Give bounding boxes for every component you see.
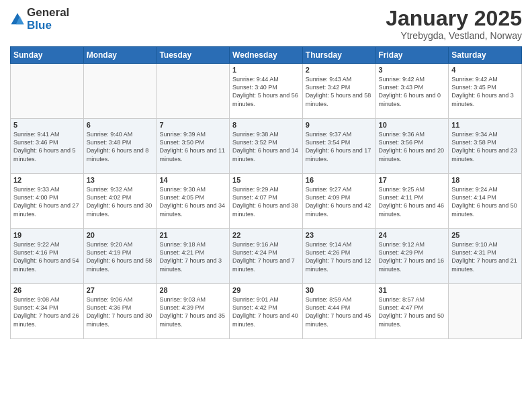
day-number: 13 — [87, 176, 154, 184]
day-number: 2 — [306, 66, 373, 74]
day-info: Sunrise: 9:44 AM Sunset: 3:40 PM Dayligh… — [232, 75, 300, 108]
week-row-2: 5Sunrise: 9:41 AM Sunset: 3:46 PM Daylig… — [11, 119, 522, 174]
day-number: 31 — [379, 286, 446, 294]
day-number: 29 — [232, 286, 300, 294]
day-info: Sunrise: 9:37 AM Sunset: 3:54 PM Dayligh… — [306, 130, 373, 163]
day-number: 14 — [159, 176, 226, 184]
header-day-saturday: Saturday — [449, 47, 522, 64]
day-number: 10 — [379, 121, 446, 129]
day-info: Sunrise: 9:40 AM Sunset: 3:48 PM Dayligh… — [87, 130, 154, 163]
day-number: 30 — [306, 286, 373, 294]
header-day-thursday: Thursday — [302, 47, 375, 64]
day-number: 9 — [306, 121, 373, 129]
header-day-monday: Monday — [83, 47, 157, 64]
calendar-cell — [157, 64, 230, 119]
day-number: 3 — [379, 66, 446, 74]
day-number: 25 — [451, 231, 519, 239]
calendar-cell: 6Sunrise: 9:40 AM Sunset: 3:48 PM Daylig… — [83, 119, 157, 174]
calendar-cell: 8Sunrise: 9:38 AM Sunset: 3:52 PM Daylig… — [230, 119, 303, 174]
calendar-cell: 14Sunrise: 9:30 AM Sunset: 4:05 PM Dayli… — [157, 174, 230, 229]
day-number: 8 — [232, 121, 300, 129]
day-number: 7 — [159, 121, 226, 129]
week-row-4: 19Sunrise: 9:22 AM Sunset: 4:16 PM Dayli… — [11, 229, 522, 284]
day-number: 19 — [13, 231, 81, 239]
week-row-3: 12Sunrise: 9:33 AM Sunset: 4:00 PM Dayli… — [11, 174, 522, 229]
day-info: Sunrise: 9:30 AM Sunset: 4:05 PM Dayligh… — [159, 185, 226, 218]
header-day-sunday: Sunday — [11, 47, 84, 64]
day-info: Sunrise: 9:32 AM Sunset: 4:02 PM Dayligh… — [87, 185, 154, 218]
day-info: Sunrise: 9:25 AM Sunset: 4:11 PM Dayligh… — [379, 185, 446, 218]
logo-general: General — [27, 7, 69, 19]
day-number: 6 — [87, 121, 154, 129]
day-info: Sunrise: 9:27 AM Sunset: 4:09 PM Dayligh… — [306, 185, 373, 218]
calendar-cell — [449, 284, 522, 339]
day-info: Sunrise: 9:06 AM Sunset: 4:36 PM Dayligh… — [87, 295, 154, 328]
day-info: Sunrise: 9:10 AM Sunset: 4:31 PM Dayligh… — [451, 240, 519, 273]
calendar-cell: 25Sunrise: 9:10 AM Sunset: 4:31 PM Dayli… — [449, 229, 522, 284]
day-number: 18 — [451, 176, 519, 184]
calendar-cell: 21Sunrise: 9:18 AM Sunset: 4:21 PM Dayli… — [157, 229, 230, 284]
day-info: Sunrise: 9:18 AM Sunset: 4:21 PM Dayligh… — [159, 240, 226, 273]
calendar-cell — [83, 64, 157, 119]
page-container: General Blue January 2025 Ytrebygda, Ves… — [0, 0, 532, 346]
day-info: Sunrise: 9:03 AM Sunset: 4:39 PM Dayligh… — [159, 295, 226, 328]
day-info: Sunrise: 9:42 AM Sunset: 3:43 PM Dayligh… — [379, 75, 446, 108]
day-info: Sunrise: 9:41 AM Sunset: 3:46 PM Dayligh… — [13, 130, 81, 163]
calendar-cell: 1Sunrise: 9:44 AM Sunset: 3:40 PM Daylig… — [230, 64, 303, 119]
day-number: 17 — [379, 176, 446, 184]
day-info: Sunrise: 9:12 AM Sunset: 4:29 PM Dayligh… — [379, 240, 446, 273]
day-info: Sunrise: 9:24 AM Sunset: 4:14 PM Dayligh… — [451, 185, 519, 218]
calendar-cell: 4Sunrise: 9:42 AM Sunset: 3:45 PM Daylig… — [449, 64, 522, 119]
calendar-cell: 5Sunrise: 9:41 AM Sunset: 3:46 PM Daylig… — [11, 119, 84, 174]
calendar-cell: 2Sunrise: 9:43 AM Sunset: 3:42 PM Daylig… — [302, 64, 375, 119]
calendar-cell: 18Sunrise: 9:24 AM Sunset: 4:14 PM Dayli… — [449, 174, 522, 229]
logo: General Blue — [10, 7, 69, 32]
logo-blue: Blue — [27, 19, 69, 32]
day-info: Sunrise: 9:01 AM Sunset: 4:42 PM Dayligh… — [232, 295, 300, 328]
calendar-cell: 10Sunrise: 9:36 AM Sunset: 3:56 PM Dayli… — [375, 119, 449, 174]
day-number: 26 — [13, 286, 81, 294]
day-number: 24 — [379, 231, 446, 239]
calendar-cell: 7Sunrise: 9:39 AM Sunset: 3:50 PM Daylig… — [157, 119, 230, 174]
calendar-title: January 2025 — [386, 7, 522, 30]
calendar-cell: 31Sunrise: 8:57 AM Sunset: 4:47 PM Dayli… — [375, 284, 449, 339]
header-day-wednesday: Wednesday — [230, 47, 303, 64]
header-day-friday: Friday — [375, 47, 449, 64]
day-info: Sunrise: 9:34 AM Sunset: 3:58 PM Dayligh… — [451, 130, 519, 163]
calendar-cell: 27Sunrise: 9:06 AM Sunset: 4:36 PM Dayli… — [83, 284, 157, 339]
day-info: Sunrise: 9:39 AM Sunset: 3:50 PM Dayligh… — [159, 130, 226, 163]
day-number: 28 — [159, 286, 226, 294]
day-info: Sunrise: 9:08 AM Sunset: 4:34 PM Dayligh… — [13, 295, 81, 328]
calendar-cell: 11Sunrise: 9:34 AM Sunset: 3:58 PM Dayli… — [449, 119, 522, 174]
day-info: Sunrise: 9:14 AM Sunset: 4:26 PM Dayligh… — [306, 240, 373, 273]
calendar-cell: 23Sunrise: 9:14 AM Sunset: 4:26 PM Dayli… — [302, 229, 375, 284]
calendar-cell: 15Sunrise: 9:29 AM Sunset: 4:07 PM Dayli… — [230, 174, 303, 229]
day-number: 22 — [232, 231, 300, 239]
calendar-cell: 24Sunrise: 9:12 AM Sunset: 4:29 PM Dayli… — [375, 229, 449, 284]
day-number: 23 — [306, 231, 373, 239]
day-info: Sunrise: 9:36 AM Sunset: 3:56 PM Dayligh… — [379, 130, 446, 163]
day-info: Sunrise: 9:16 AM Sunset: 4:24 PM Dayligh… — [232, 240, 300, 273]
calendar-cell: 3Sunrise: 9:42 AM Sunset: 3:43 PM Daylig… — [375, 64, 449, 119]
calendar-cell: 17Sunrise: 9:25 AM Sunset: 4:11 PM Dayli… — [375, 174, 449, 229]
day-number: 21 — [159, 231, 226, 239]
day-number: 5 — [13, 121, 81, 129]
day-number: 16 — [306, 176, 373, 184]
day-info: Sunrise: 9:20 AM Sunset: 4:19 PM Dayligh… — [87, 240, 154, 273]
day-info: Sunrise: 8:57 AM Sunset: 4:47 PM Dayligh… — [379, 295, 446, 328]
week-row-1: 1Sunrise: 9:44 AM Sunset: 3:40 PM Daylig… — [11, 64, 522, 119]
day-info: Sunrise: 9:43 AM Sunset: 3:42 PM Dayligh… — [306, 75, 373, 108]
day-number: 4 — [451, 66, 519, 74]
day-info: Sunrise: 9:22 AM Sunset: 4:16 PM Dayligh… — [13, 240, 81, 273]
header-row: SundayMondayTuesdayWednesdayThursdayFrid… — [11, 47, 522, 64]
calendar-cell — [11, 64, 84, 119]
day-number: 11 — [451, 121, 519, 129]
calendar-cell: 26Sunrise: 9:08 AM Sunset: 4:34 PM Dayli… — [11, 284, 84, 339]
day-info: Sunrise: 9:42 AM Sunset: 3:45 PM Dayligh… — [451, 75, 519, 108]
day-info: Sunrise: 9:38 AM Sunset: 3:52 PM Dayligh… — [232, 130, 300, 163]
day-info: Sunrise: 8:59 AM Sunset: 4:44 PM Dayligh… — [306, 295, 373, 328]
calendar-cell: 29Sunrise: 9:01 AM Sunset: 4:42 PM Dayli… — [230, 284, 303, 339]
calendar-cell: 30Sunrise: 8:59 AM Sunset: 4:44 PM Dayli… — [302, 284, 375, 339]
day-number: 12 — [13, 176, 81, 184]
calendar-cell: 22Sunrise: 9:16 AM Sunset: 4:24 PM Dayli… — [230, 229, 303, 284]
